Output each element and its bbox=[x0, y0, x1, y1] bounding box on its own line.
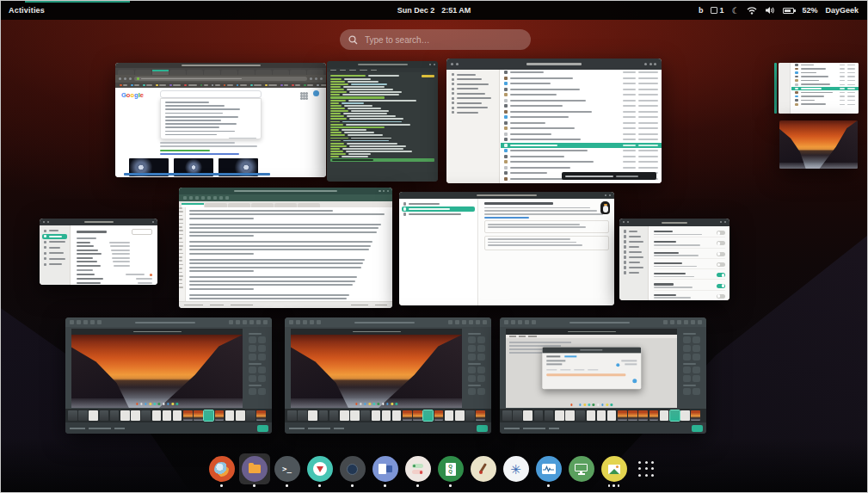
filmstrip-thumbnail[interactable] bbox=[649, 410, 659, 421]
tab[interactable] bbox=[118, 70, 134, 75]
editor-toolbar[interactable] bbox=[179, 194, 392, 201]
web-browser-window[interactable]: Google bbox=[115, 63, 326, 177]
search-box[interactable] bbox=[160, 90, 262, 98]
system-monitor-launcher[interactable] bbox=[536, 456, 562, 487]
tweaks-launcher[interactable] bbox=[405, 456, 431, 487]
tool-button[interactable] bbox=[468, 388, 476, 395]
sidebar-item[interactable] bbox=[450, 72, 496, 77]
filmstrip[interactable] bbox=[285, 409, 491, 422]
filmstrip-thumbnail[interactable] bbox=[403, 410, 412, 421]
action-button[interactable] bbox=[132, 229, 152, 235]
confirm-button[interactable] bbox=[692, 425, 703, 432]
sidebar-item[interactable] bbox=[402, 212, 475, 217]
filmstrip-thumbnail[interactable] bbox=[607, 410, 617, 421]
tool-button[interactable] bbox=[683, 375, 691, 382]
tab[interactable] bbox=[274, 203, 297, 207]
search-suggestions-dropdown[interactable] bbox=[160, 98, 262, 139]
tool-button[interactable] bbox=[477, 354, 485, 361]
filmstrip-thumbnail-selected[interactable] bbox=[204, 410, 213, 421]
search-suggestion[interactable] bbox=[165, 108, 240, 110]
screen-share-launcher[interactable] bbox=[569, 456, 594, 487]
settings-toggles-window[interactable] bbox=[619, 219, 729, 300]
tool-button[interactable] bbox=[683, 336, 691, 343]
filmstrip-thumbnail[interactable] bbox=[287, 410, 297, 421]
tool-button[interactable] bbox=[258, 388, 266, 395]
tool-button[interactable] bbox=[693, 367, 700, 373]
filmstrip-thumbnail[interactable] bbox=[236, 410, 245, 421]
tweaks-sidebar[interactable] bbox=[619, 226, 649, 300]
filmstrip-thumbnail[interactable] bbox=[534, 410, 544, 421]
sidebar-item[interactable] bbox=[450, 101, 496, 106]
screenshot-editor-window-1[interactable] bbox=[65, 317, 272, 434]
sidebar-item[interactable] bbox=[42, 262, 67, 268]
bookmark-item[interactable] bbox=[169, 84, 181, 87]
page-bottom-link[interactable] bbox=[124, 173, 270, 176]
document-search-icon[interactable]: QQ bbox=[438, 456, 464, 482]
toggle-switch[interactable] bbox=[717, 294, 725, 299]
sidebar-item[interactable] bbox=[622, 270, 645, 275]
tool-button[interactable] bbox=[249, 336, 256, 343]
confirm-button[interactable] bbox=[257, 425, 268, 432]
firefox-icon[interactable] bbox=[209, 456, 235, 482]
browser-page[interactable]: Google bbox=[115, 88, 326, 177]
bookmark-item[interactable] bbox=[156, 84, 166, 87]
tool-panel[interactable] bbox=[680, 329, 705, 408]
setting-row[interactable] bbox=[654, 293, 725, 300]
filmstrip[interactable] bbox=[65, 409, 272, 422]
tool-button[interactable] bbox=[468, 367, 476, 373]
filmstrip-thumbnail[interactable] bbox=[392, 410, 402, 421]
files-sidebar[interactable] bbox=[446, 70, 500, 183]
filmstrip-thumbnail[interactable] bbox=[587, 410, 596, 421]
terminal-output[interactable] bbox=[327, 72, 438, 182]
confirm-button[interactable] bbox=[477, 425, 488, 432]
wifi-icon[interactable] bbox=[747, 6, 757, 15]
files-list[interactable] bbox=[501, 70, 662, 183]
filmstrip-thumbnail[interactable] bbox=[513, 410, 522, 421]
setting-row[interactable] bbox=[654, 271, 725, 280]
tool-button[interactable] bbox=[249, 367, 256, 373]
file-row[interactable] bbox=[791, 102, 859, 107]
filmstrip-thumbnail[interactable] bbox=[360, 410, 370, 421]
tool-button[interactable] bbox=[477, 345, 485, 352]
image-viewer-launcher[interactable] bbox=[601, 456, 627, 487]
tool-panel[interactable] bbox=[246, 329, 270, 408]
toggle-switch[interactable] bbox=[717, 273, 725, 277]
filmstrip-thumbnail[interactable] bbox=[350, 410, 360, 421]
filmstrip-thumbnail[interactable] bbox=[445, 410, 454, 421]
filmstrip-thumbnail[interactable] bbox=[163, 410, 172, 421]
setting-row[interactable] bbox=[654, 250, 725, 259]
menu-icon[interactable] bbox=[310, 77, 312, 80]
tool-button[interactable] bbox=[693, 345, 700, 352]
tool-button[interactable] bbox=[468, 375, 476, 382]
tab[interactable] bbox=[238, 70, 255, 75]
system-info-window[interactable] bbox=[399, 192, 614, 305]
dash-dock[interactable]: >_QQ✳ bbox=[1, 456, 867, 487]
screenshot-editor-window-2[interactable] bbox=[285, 317, 491, 434]
tool-button[interactable] bbox=[249, 354, 256, 361]
filmstrip-thumbnail[interactable] bbox=[89, 410, 98, 421]
result-title-link[interactable] bbox=[160, 153, 239, 155]
file-manager-window[interactable] bbox=[446, 59, 662, 183]
system-monitor-icon[interactable] bbox=[536, 456, 562, 482]
overview-search[interactable] bbox=[340, 29, 531, 50]
system-tray[interactable]: b 1 ☾ 52% DayGeek bbox=[699, 6, 867, 15]
search-suggestion[interactable] bbox=[165, 105, 225, 107]
filmstrip-thumbnail[interactable] bbox=[545, 410, 554, 421]
search-suggestion[interactable] bbox=[165, 116, 238, 118]
search-suggestion[interactable] bbox=[165, 113, 223, 114]
tool-button[interactable] bbox=[477, 388, 485, 395]
workspace-2-thumbnail[interactable] bbox=[779, 120, 858, 169]
filmstrip-thumbnail[interactable] bbox=[576, 410, 585, 421]
tool-button[interactable] bbox=[249, 388, 256, 395]
tool-button[interactable] bbox=[258, 336, 266, 343]
bookmark-item[interactable] bbox=[131, 84, 139, 87]
show-applications-icon[interactable] bbox=[634, 456, 660, 482]
sidebar-item[interactable] bbox=[450, 91, 496, 96]
toggle-switch[interactable] bbox=[717, 262, 725, 267]
sidebar-item[interactable] bbox=[42, 250, 67, 256]
tab[interactable] bbox=[205, 203, 227, 207]
text-editor-window[interactable] bbox=[179, 188, 392, 308]
result-url[interactable] bbox=[160, 150, 210, 151]
filmstrip-thumbnail[interactable] bbox=[298, 410, 307, 421]
tab[interactable] bbox=[187, 70, 203, 75]
